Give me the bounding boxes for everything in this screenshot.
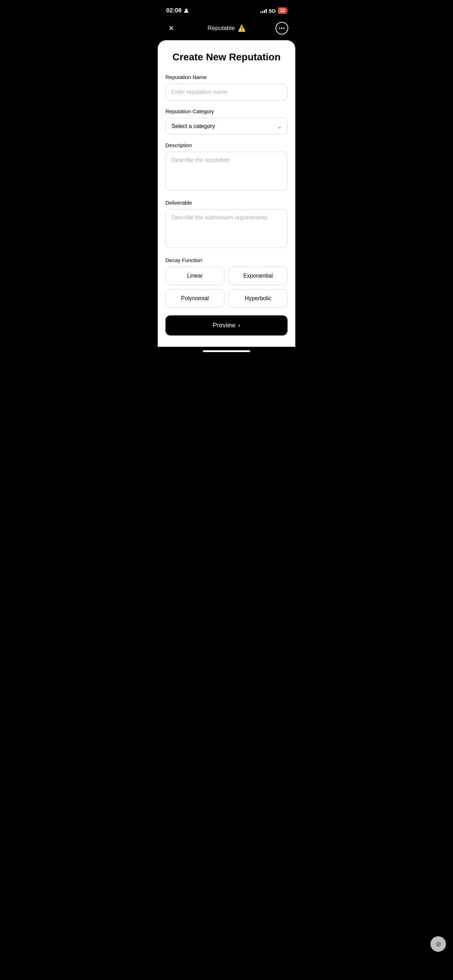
preview-label: Preview [213,322,235,329]
status-bar: 02:08 5G 12 [158,0,295,19]
more-button[interactable]: ••• [275,22,288,35]
page-title: Create New Reputation [165,51,288,63]
signal-bar-3 [264,10,265,13]
deliverable-section: Deliverable [165,200,288,250]
decay-options-grid: Linear Exponential Polynomial Hyperbolic [165,267,288,308]
status-right: 5G 12 [261,7,287,14]
battery-level: 12 [280,8,285,13]
reputation-category-label: Reputation Category [165,108,288,114]
signal-bar-4 [265,9,267,13]
decay-exponential-button[interactable]: Exponential [229,267,288,285]
network-label: 5G [269,8,276,14]
deliverable-textarea[interactable] [165,209,288,248]
description-textarea[interactable] [165,152,288,191]
close-button[interactable]: ✕ [165,22,178,35]
decay-function-section: Decay Function Linear Exponential Polyno… [165,257,288,308]
svg-point-0 [185,9,188,11]
signal-bars [261,8,267,13]
nav-title: Reputable ⚠️ [207,24,246,32]
description-label: Description [165,142,288,148]
decay-polynomial-button[interactable]: Polynomial [165,289,224,308]
preview-arrow-icon: › [238,322,240,329]
category-select[interactable]: Select a category [165,118,288,134]
deliverable-label: Deliverable [165,200,288,206]
reputation-category-section: Reputation Category Select a category ⌄ [165,108,288,134]
reputation-name-input[interactable] [165,84,288,100]
more-icon: ••• [279,25,285,31]
person-icon [183,8,189,13]
home-indicator [158,347,295,359]
nav-title-text: Reputable [207,25,235,32]
home-bar [203,350,250,352]
warning-icon: ⚠️ [238,24,246,32]
description-section: Description [165,142,288,192]
status-time: 02:08 [166,7,181,14]
decay-function-label: Decay Function [165,257,288,263]
reputation-name-section: Reputation Name [165,74,288,100]
nav-bar: ✕ Reputable ⚠️ ••• [158,19,295,40]
preview-button[interactable]: Preview › [165,315,288,336]
content-card: Create New Reputation Reputation Name Re… [158,40,295,347]
signal-bar-2 [262,11,263,13]
signal-bar-1 [261,12,261,13]
decay-hyperbolic-button[interactable]: Hyperbolic [229,289,288,308]
status-left: 02:08 [166,7,189,14]
close-icon: ✕ [168,24,174,32]
decay-linear-button[interactable]: Linear [165,267,224,285]
battery-indicator: 12 [278,7,287,14]
category-select-wrapper: Select a category ⌄ [165,118,288,134]
reputation-name-label: Reputation Name [165,74,288,80]
